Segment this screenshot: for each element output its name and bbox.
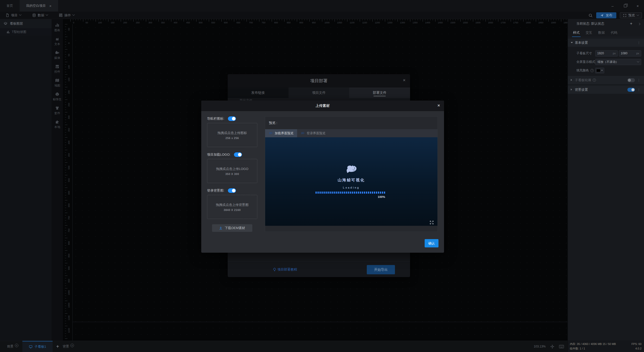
- search-icon[interactable]: [588, 13, 593, 18]
- version-label: 4.0.2: [635, 346, 641, 351]
- toolbox-item-charts[interactable]: 图表: [52, 23, 63, 32]
- upload-modal-title: 上传素材: [316, 104, 330, 108]
- nav-icon-dropzone[interactable]: 拖拽或点击上传图标 256 x 256: [207, 123, 257, 147]
- preview-button[interactable]: 预览: [620, 12, 642, 18]
- dropzone-text: 拖拽或点击上传LOGO: [216, 167, 249, 171]
- layer-item[interactable]: T型柱状图: [0, 28, 52, 36]
- toolbox-item-digital-twin[interactable]: 鲸孪生: [52, 92, 63, 101]
- download-oem-label: 下载OEM素材: [225, 226, 245, 230]
- add-background-icon[interactable]: +: [70, 344, 74, 347]
- bottom-bar: 前景 + 子看板1 + 背景 + 103.13%: [0, 341, 568, 352]
- publish-button[interactable]: 发布: [596, 12, 616, 18]
- display-mode-select[interactable]: 缩放（不滚动）: [595, 59, 641, 65]
- dropzone-size-hint: 3840 X 2160: [224, 208, 241, 211]
- menu-data[interactable]: 数据: [27, 12, 53, 19]
- deploy-tab-project-file[interactable]: 项目文件: [289, 87, 349, 98]
- upload-modal: 上传素材 × 导航栏图标: 拖拽或点击上传图标 256 x 256 项目加载LO…: [201, 101, 444, 253]
- toolbox-item-kits[interactable]: 套件: [52, 106, 63, 115]
- login-background-label: 登录背景图:: [207, 188, 224, 193]
- tab-data[interactable]: 数据: [598, 28, 605, 37]
- loading-progress-bar: [315, 192, 385, 194]
- toolbox-item-label: 控件: [54, 70, 60, 74]
- expand-icon[interactable]: [429, 220, 434, 225]
- login-background-toggle[interactable]: [228, 188, 236, 193]
- login-background-dropzone[interactable]: 拖拽或点击上传背景图 3840 X 2160: [207, 195, 257, 219]
- fill-color-picker[interactable]: [595, 68, 604, 73]
- tab-current-project[interactable]: 我的空白项目 ×: [20, 0, 58, 12]
- kebab-menu-icon[interactable]: ⋮: [637, 88, 640, 92]
- window-minimize-button[interactable]: –: [606, 0, 619, 12]
- database-icon: [32, 13, 36, 17]
- toolbox-item-label: 套件: [54, 111, 60, 115]
- dropzone-text: 拖拽或点击上传图标: [218, 131, 247, 135]
- menu-project-label: 项目: [11, 13, 18, 18]
- expand-states-button[interactable]: [638, 22, 640, 26]
- toolbox-item-map[interactable]: 地图: [52, 78, 63, 87]
- whale-icon: [269, 132, 273, 135]
- download-icon: [219, 226, 222, 230]
- upload-modal-header: 上传素材 ×: [201, 101, 444, 111]
- tab-code[interactable]: 代码: [611, 28, 617, 37]
- toolbox-item-text[interactable]: 文本: [52, 36, 63, 46]
- nav-icon-toggle[interactable]: [228, 116, 236, 121]
- toolbox-item-label: 媒体: [54, 56, 60, 60]
- background-toggle[interactable]: [627, 88, 635, 92]
- deploy-tutorial-link[interactable]: 项目部署教程: [273, 267, 297, 272]
- menu-project[interactable]: 项目: [0, 12, 27, 19]
- keyboard-icon[interactable]: [559, 345, 564, 348]
- section-background-title: 背景设置: [575, 87, 588, 92]
- carousel-toggle[interactable]: [627, 78, 635, 82]
- whale-icon: [301, 132, 305, 135]
- confirm-button[interactable]: 确认: [425, 239, 438, 247]
- background-layer-button[interactable]: 背景 +: [63, 344, 74, 349]
- ruler-h: 0501001502002503003504004505005506006507…: [70, 19, 568, 24]
- section-background-settings[interactable]: 背景设置 ⋮: [568, 85, 644, 94]
- caret-right-icon: [571, 79, 572, 81]
- add-foreground-icon[interactable]: +: [15, 344, 18, 347]
- start-export-button[interactable]: 开始导出: [367, 265, 395, 274]
- loading-logo-dropzone[interactable]: 拖拽或点击上传LOGO 350 X 300: [207, 159, 257, 183]
- fit-screen-icon[interactable]: [550, 344, 554, 349]
- cube-icon: [55, 92, 60, 97]
- toolbox-item-widgets[interactable]: 控件: [52, 64, 63, 74]
- upload-close-icon[interactable]: ×: [437, 103, 440, 108]
- deploy-tab-label: 部署文件: [373, 91, 386, 95]
- confirm-label: 确认: [428, 241, 435, 246]
- tab-interaction[interactable]: 交互: [586, 28, 592, 37]
- preview-tab-loading[interactable]: 加载界面预览: [265, 129, 297, 137]
- board-height-input[interactable]: 1080 px: [619, 50, 641, 57]
- toolbox-item-media[interactable]: 媒体: [52, 50, 63, 60]
- board-size-label: 子看板尺寸: [576, 51, 592, 56]
- current-state-label: 当前状态: 默认状态: [576, 21, 604, 26]
- kebab-menu-icon[interactable]: ⋮: [637, 78, 640, 82]
- kit-icon: [55, 106, 60, 110]
- chart-icon: [55, 23, 60, 27]
- window-close-button[interactable]: ×: [631, 0, 644, 12]
- paper-plane-icon: [600, 14, 604, 17]
- tab-close-icon[interactable]: ×: [49, 4, 52, 8]
- zoom-level: 103.13%: [534, 345, 546, 348]
- help-icon: ?: [590, 69, 594, 72]
- board-width-input[interactable]: 1920 px: [595, 50, 618, 57]
- foreground-layer-button[interactable]: 前景 +: [7, 344, 18, 349]
- menu-operations[interactable]: 操作: [53, 12, 80, 19]
- grid-icon: [59, 13, 63, 17]
- deploy-tab-deploy-file[interactable]: 部署文件: [349, 87, 410, 98]
- toolbox-item-local[interactable]: 本地: [52, 119, 63, 129]
- download-oem-button[interactable]: 下载OEM素材: [212, 224, 252, 232]
- publish-label: 发布: [606, 13, 612, 18]
- layers-panel-header: 看板图层: [0, 19, 52, 28]
- loading-logo-toggle[interactable]: [234, 152, 242, 157]
- board-tab-active[interactable]: 子看板1: [22, 341, 53, 352]
- window-maximize-button[interactable]: [619, 0, 631, 12]
- kebab-menu-icon[interactable]: ⋮: [637, 41, 640, 45]
- add-state-button[interactable]: +: [630, 21, 632, 26]
- deploy-tab-publish-link[interactable]: 发布链接: [228, 87, 289, 98]
- add-board-button[interactable]: +: [56, 344, 59, 349]
- tab-home[interactable]: 首页: [0, 0, 20, 12]
- preview-tab-login[interactable]: 登录界面预览: [297, 129, 329, 137]
- tab-style[interactable]: 样式: [573, 28, 580, 37]
- section-basic-settings[interactable]: 基本设置 ⋮: [568, 38, 644, 47]
- deploy-close-icon[interactable]: ×: [403, 78, 406, 83]
- section-board-carousel[interactable]: 子看板轮播 ? ⋮: [568, 76, 644, 84]
